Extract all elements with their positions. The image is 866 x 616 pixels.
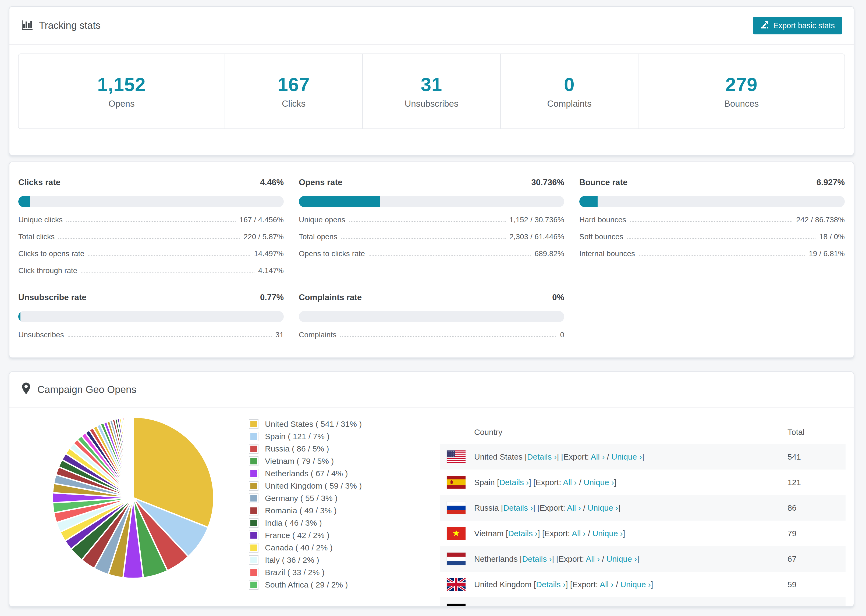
- detail-label: Opens to clicks rate: [299, 250, 365, 258]
- legend-item[interactable]: United States ( 541 / 31% ): [249, 419, 440, 429]
- legend-swatch: [249, 432, 258, 441]
- geo-table: Country Total United States [Details ›] …: [440, 420, 846, 606]
- rate-detail-row: Internal bounces19 / 6.81%: [579, 250, 845, 258]
- export-prefix: ] [Export:: [557, 452, 591, 461]
- export-unique-link[interactable]: Unique ›: [584, 478, 614, 487]
- legend-item[interactable]: Russia ( 86 / 5% ): [249, 444, 440, 454]
- details-link[interactable]: Details ›: [499, 478, 529, 487]
- legend-swatch: [249, 506, 258, 515]
- detail-value: 1,152 / 30.736%: [509, 215, 564, 224]
- stat-label: Complaints: [547, 99, 591, 109]
- stats-summary-row: 1,152Opens167Clicks31Unsubscribes0Compla…: [18, 53, 845, 129]
- legend-item[interactable]: South Africa ( 29 / 2% ): [249, 580, 440, 590]
- dotted-leader: [66, 221, 236, 222]
- bracket: ]: [614, 478, 616, 487]
- rate-block-unsubscribe-rate: Unsubscribe rate0.77%Unsubscribes31: [18, 293, 284, 339]
- legend-item[interactable]: Romania ( 49 / 3% ): [249, 506, 440, 515]
- rate-block-clicks-rate: Clicks rate4.46%Unique clicks167 / 4.456…: [18, 178, 284, 275]
- total-value: 86: [787, 495, 846, 520]
- detail-value: 689.82%: [534, 250, 564, 258]
- bracket: [: [525, 452, 527, 461]
- legend-item[interactable]: Brazil ( 33 / 2% ): [249, 567, 440, 577]
- details-link[interactable]: Details ›: [522, 555, 552, 563]
- details-link[interactable]: Details ›: [508, 529, 538, 538]
- legend-item[interactable]: Canada ( 40 / 2% ): [249, 543, 440, 553]
- export-all-link[interactable]: All ›: [567, 503, 581, 512]
- country-name: Russia: [474, 503, 501, 512]
- legend-label: Brazil ( 33 / 2% ): [265, 568, 324, 577]
- slash: /: [581, 503, 587, 512]
- country-name: Germany: [474, 605, 510, 606]
- legend-item[interactable]: Spain ( 121 / 7% ): [249, 432, 440, 441]
- export-all-link[interactable]: All ›: [563, 478, 577, 487]
- legend-item[interactable]: Vietnam ( 79 / 5% ): [249, 456, 440, 466]
- slash: /: [614, 580, 620, 589]
- export-unique-link[interactable]: Unique ›: [606, 555, 637, 563]
- geo-table-row-de: Germany [Details ›] [Export: All › / Uni…: [440, 597, 846, 606]
- export-all-link[interactable]: All ›: [572, 529, 586, 538]
- legend-label: Germany ( 55 / 3% ): [265, 494, 337, 503]
- details-link[interactable]: Details ›: [512, 605, 542, 606]
- flag-us-icon: [440, 444, 474, 470]
- rate-detail-row: Click through rate4.147%: [18, 266, 284, 275]
- legend-item[interactable]: United Kingdom ( 59 / 3% ): [249, 481, 440, 491]
- legend-label: Russia ( 86 / 5% ): [265, 444, 329, 453]
- export-prefix: ] [Export:: [565, 580, 600, 589]
- export-basic-stats-button[interactable]: Export basic stats: [753, 17, 842, 35]
- legend-item[interactable]: Netherlands ( 67 / 4% ): [249, 469, 440, 478]
- rate-progress-fill: [18, 196, 30, 207]
- detail-value: 0: [560, 331, 564, 339]
- detail-value: 167 / 4.456%: [239, 215, 284, 224]
- total-value: 55: [787, 597, 846, 606]
- export-unique-link[interactable]: Unique ›: [587, 503, 618, 512]
- flag-nl-icon: [440, 546, 474, 572]
- rate-progress-bar: [18, 311, 284, 322]
- legend-label: Spain ( 121 / 7% ): [265, 432, 329, 441]
- stat-unsubscribes: 31Unsubscribes: [362, 54, 500, 129]
- export-all-link[interactable]: All ›: [591, 452, 605, 461]
- rate-block-bounce-rate: Bounce rate6.927%Hard bounces242 / 86.73…: [579, 178, 845, 275]
- total-column-header: Total: [787, 420, 846, 444]
- rate-percent: 0.77%: [260, 293, 284, 302]
- geo-table-row-vn: Vietnam [Details ›] [Export: All › / Uni…: [440, 520, 846, 546]
- flag-ru-icon: [440, 495, 474, 520]
- export-all-link[interactable]: All ›: [586, 555, 600, 563]
- stat-label: Clicks: [282, 99, 305, 109]
- export-unique-link[interactable]: Unique ›: [596, 605, 627, 606]
- bracket: ]: [627, 605, 629, 606]
- dotted-leader: [630, 221, 792, 222]
- legend-label: France ( 42 / 2% ): [265, 531, 329, 540]
- export-unique-link[interactable]: Unique ›: [620, 580, 651, 589]
- export-prefix: ] [Export:: [538, 529, 572, 538]
- pie-slice[interactable]: [133, 417, 133, 498]
- legend-item[interactable]: France ( 42 / 2% ): [249, 531, 440, 540]
- export-unique-link[interactable]: Unique ›: [592, 529, 623, 538]
- dotted-leader: [340, 336, 556, 337]
- rate-detail-row: Unsubscribes31: [18, 331, 284, 339]
- detail-label: Unique clicks: [18, 215, 63, 224]
- dotted-leader: [88, 255, 250, 256]
- flag-de-icon: [440, 597, 474, 606]
- map-pin-icon: [21, 382, 31, 398]
- details-link[interactable]: Details ›: [536, 580, 565, 589]
- total-value: 59: [787, 572, 846, 597]
- total-value: 121: [787, 470, 846, 495]
- details-link[interactable]: Details ›: [503, 503, 533, 512]
- stat-complaints: 0Complaints: [500, 54, 638, 129]
- export-unique-link[interactable]: Unique ›: [611, 452, 642, 461]
- country-cell: Russia [Details ›] [Export: All › / Uniq…: [474, 495, 787, 520]
- legend-item[interactable]: Germany ( 55 / 3% ): [249, 493, 440, 503]
- legend-item[interactable]: Italy ( 36 / 2% ): [249, 555, 440, 565]
- legend-swatch: [249, 469, 258, 478]
- legend-item[interactable]: India ( 46 / 3% ): [249, 518, 440, 528]
- rates-card: Clicks rate4.46%Unique clicks167 / 4.456…: [9, 162, 854, 358]
- country-name: Netherlands: [474, 555, 520, 563]
- details-link[interactable]: Details ›: [527, 452, 557, 461]
- rate-percent: 0%: [552, 293, 564, 302]
- geo-table-row-us: United States [Details ›] [Export: All ›…: [440, 444, 846, 470]
- dotted-leader: [369, 255, 531, 256]
- legend-swatch: [249, 567, 258, 577]
- rate-block-opens-rate: Opens rate30.736%Unique opens1,152 / 30.…: [299, 178, 564, 275]
- export-all-link[interactable]: All ›: [600, 580, 614, 589]
- export-all-link[interactable]: All ›: [576, 605, 589, 606]
